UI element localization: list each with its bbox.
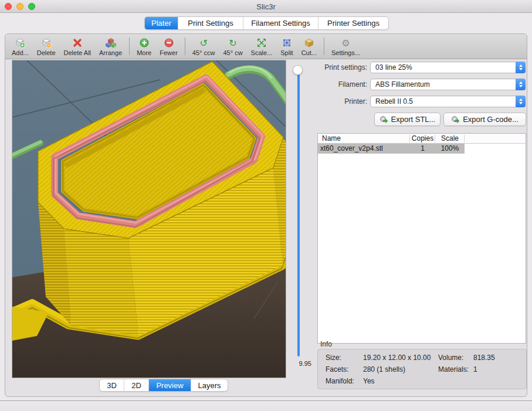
size-value: 19.20 x 12.00 x 10.00	[363, 354, 431, 362]
tab-print-settings[interactable]: Print Settings	[178, 17, 243, 29]
toolbar-separator	[129, 38, 130, 55]
tab-filament-settings[interactable]: Filament Settings	[243, 17, 318, 29]
column-header-copies[interactable]: Copies	[410, 134, 435, 144]
arrange-icon	[106, 38, 116, 49]
toolbar-separator	[185, 38, 185, 55]
title-bar: Slic3r	[0, 0, 532, 13]
facets-label: Facets:	[326, 365, 348, 373]
delete-all-button[interactable]: Delete All	[60, 35, 95, 58]
volume-label: Volume:	[438, 354, 463, 362]
manifold-value: Yes	[363, 377, 375, 385]
view-tab-preview[interactable]: Preview	[149, 379, 191, 391]
volume-value: 818.35	[473, 354, 495, 362]
object-list-header: Name Copies Scale	[318, 134, 526, 144]
status-bar	[0, 401, 532, 411]
object-copies: 1	[410, 144, 435, 154]
settings-button[interactable]: ⚙ Settings...	[327, 35, 364, 58]
layer-slider-track[interactable]	[297, 70, 300, 356]
object-scale: 100%	[435, 144, 465, 154]
fewer-icon	[164, 38, 174, 49]
printer-select[interactable]: Rebell II 0.5	[370, 96, 526, 107]
export-gear-icon	[451, 115, 460, 124]
column-header-name[interactable]: Name	[318, 134, 410, 144]
preview-3d-canvas[interactable]	[12, 60, 286, 378]
print-settings-label: Print settings:	[317, 63, 367, 72]
facets-value: 280 (1 shells)	[363, 365, 405, 373]
view-tab-layers[interactable]: Layers	[191, 379, 228, 391]
chevron-up-down-icon[interactable]	[516, 62, 526, 73]
split-icon	[282, 38, 292, 49]
arrange-button[interactable]: Arrange	[95, 35, 126, 58]
delete-all-icon	[72, 38, 83, 49]
split-button[interactable]: Split	[276, 35, 297, 58]
info-group-title: Info	[320, 340, 332, 348]
filament-label: Filament:	[317, 80, 367, 89]
view-tab-3d[interactable]: 3D	[100, 379, 124, 391]
rotate-cw-button[interactable]: ↻ 45° cw	[219, 35, 246, 58]
tab-printer-settings[interactable]: Printer Settings	[318, 17, 388, 29]
view-tab-2d[interactable]: 2D	[124, 379, 149, 391]
layer-slider-value: 9.95	[288, 360, 311, 367]
toolbar-separator	[324, 38, 324, 55]
column-header-scale[interactable]: Scale	[435, 134, 465, 144]
print-settings-select[interactable]: 03 line 25%	[370, 62, 526, 73]
chevron-up-down-icon[interactable]	[516, 96, 526, 107]
fewer-button[interactable]: Fewer	[155, 35, 182, 58]
size-label: Size:	[326, 354, 341, 362]
scale-button[interactable]: Scale...	[247, 35, 277, 58]
delete-button[interactable]: Delete	[33, 35, 60, 58]
chevron-up-down-icon[interactable]	[516, 79, 526, 90]
materials-value: 1	[473, 365, 477, 373]
plater-panel: Add... Delete Delete All Arrange	[5, 33, 527, 397]
window-title: Slic3r	[0, 2, 532, 11]
model-preview-scene	[12, 60, 286, 378]
toolbar: Add... Delete Delete All Arrange	[5, 34, 527, 59]
settings-gear-icon: ⚙	[341, 38, 350, 49]
add-button[interactable]: Add...	[8, 35, 33, 58]
object-name: xt60_cover_v2p4.stl	[318, 144, 410, 154]
materials-label: Materials:	[438, 365, 469, 373]
cut-button[interactable]: Cut...	[297, 35, 321, 58]
more-icon	[139, 38, 150, 49]
info-group: Size: 19.20 x 12.00 x 10.00 Volume: 818.…	[317, 349, 527, 389]
export-gear-icon	[379, 115, 388, 124]
more-button[interactable]: More	[133, 35, 155, 58]
object-row[interactable]: xt60_cover_v2p4.stl 1 100%	[318, 144, 465, 154]
printer-label: Printer:	[317, 97, 367, 106]
slic3r-window: Slic3r Plater Print Settings Filament Se…	[0, 0, 532, 411]
manifold-label: Manifold:	[326, 377, 354, 385]
filament-select[interactable]: ABS Fillamentum	[370, 79, 526, 90]
main-tabs: Plater Print Settings Filament Settings …	[144, 16, 389, 30]
box-add-icon	[15, 38, 25, 49]
scale-icon	[256, 38, 267, 49]
export-gcode-button[interactable]: Export G-code...	[443, 113, 526, 126]
tab-plater[interactable]: Plater	[145, 17, 178, 29]
object-list: Name Copies Scale xt60_cover_v2p4.stl 1 …	[317, 133, 526, 344]
rotate-ccw-button[interactable]: ↺ 45° ccw	[188, 35, 219, 58]
view-switcher: 3D 2D Preview Layers	[99, 379, 228, 392]
export-stl-button[interactable]: Export STL...	[374, 113, 440, 126]
rotate-ccw-icon: ↺	[199, 38, 207, 49]
layer-slider-thumb[interactable]	[293, 65, 303, 75]
box-remove-icon	[41, 38, 52, 49]
cut-icon	[304, 38, 314, 49]
rotate-cw-icon: ↻	[229, 38, 236, 49]
